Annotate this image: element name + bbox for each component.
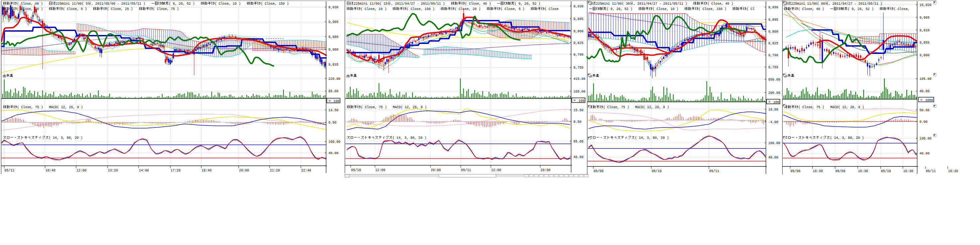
svg-text:( 14, 3, 80, 20 ): ( 14, 3, 80, 20 ) xyxy=(830,136,864,140)
svg-text:05/06: 05/06 xyxy=(791,169,800,173)
svg-text:( Close, 75 ) MACD( 12, 26,: ( Close, 75 ) MACD( 12, 26, 9 ) xyxy=(361,105,426,109)
svg-text:40.00: 40.00 xyxy=(920,89,929,93)
svg-text:( Close, 75 ) MACD( 12, 26,: ( Close, 75 ) MACD( 12, 26, 9 ) xyxy=(17,105,83,109)
svg-text:( Close, 5 ): ( Close, 5 ) xyxy=(63,7,93,11)
svg-text:9,880: 9,880 xyxy=(328,35,339,39)
svg-text:( Close, 150 ): ( Close, 150 ) xyxy=(407,7,441,11)
svg-text:9,860: 9,860 xyxy=(573,29,584,33)
svg-text:9,910: 9,910 xyxy=(920,28,929,32)
svg-text:225mini 11/06( 30: 225mini 11/06( 30 xyxy=(596,2,630,6)
svg-text:( Close, 10 ): ( Close, 10 ) xyxy=(215,2,247,6)
svg-text:1000: 1000 xyxy=(925,98,933,102)
svg-text:18:40: 18:40 xyxy=(202,168,212,173)
svg-text:( 9, 26, 52 ): ( 9, 26, 52 ) xyxy=(169,2,201,6)
svg-text:( Close, 75 ) MACD( 12, 26,: ( Close, 75 ) MACD( 12, 26, 9 ) xyxy=(603,105,669,109)
svg-text:9,855: 9,855 xyxy=(920,41,929,45)
svg-text:9,895: 9,895 xyxy=(573,17,584,21)
svg-text:20:00: 20:00 xyxy=(431,168,441,172)
svg-text:05/10: 05/10 xyxy=(652,169,662,173)
svg-text:9,860: 9,860 xyxy=(328,48,339,51)
svg-text:05/11: 05/11 xyxy=(926,169,936,173)
svg-text:9,930: 9,930 xyxy=(328,5,339,9)
svg-text:100.00: 100.00 xyxy=(328,140,340,144)
svg-text:9,860: 9,860 xyxy=(768,30,778,34)
svg-text:05/10: 05/10 xyxy=(351,168,361,172)
svg-text:9,790: 9,790 xyxy=(768,53,778,57)
svg-text:05/11: 05/11 xyxy=(710,169,719,173)
svg-text:12:00: 12:00 xyxy=(375,168,385,172)
svg-text:9,800: 9,800 xyxy=(920,53,929,57)
svg-text:( Close, 75 ) MACD( 12, 26,: ( Close, 75 ) MACD( 12, 26, 9 ) xyxy=(798,105,864,109)
svg-text:19.00: 19.00 xyxy=(768,107,778,112)
svg-text:0.00: 0.00 xyxy=(920,120,928,124)
svg-text:( Close, 20 ): ( Close, 20 ) xyxy=(17,7,49,11)
svg-text:21:20: 21:20 xyxy=(270,168,280,173)
svg-text:9,930: 9,930 xyxy=(573,4,584,8)
svg-text:225mini 11/06( 5: 225mini 11/06( 5 xyxy=(56,2,88,6)
svg-text:( Close, 150 ): ( Close, 150 ) xyxy=(261,2,289,6)
svg-text:9,825: 9,825 xyxy=(768,41,778,45)
svg-text:( 9, 26, 52 ): ( 9, 26, 52 ) xyxy=(515,2,541,6)
svg-text:, 2011/05/06 - 2011/05/11 ): , 2011/05/06 - 2011/05/11 ) xyxy=(91,2,151,6)
svg-text:10,020: 10,020 xyxy=(920,3,931,7)
svg-text:85.00: 85.00 xyxy=(328,89,339,93)
svg-text:165.00: 165.00 xyxy=(573,90,585,93)
svg-text:100.00: 100.00 xyxy=(920,136,931,141)
svg-text:05/09: 05/09 xyxy=(835,169,845,173)
svg-text:220.00: 220.00 xyxy=(328,77,340,81)
svg-text:100.00: 100.00 xyxy=(768,141,780,145)
svg-text:9,755: 9,755 xyxy=(768,65,778,69)
svg-text:40.00: 40.00 xyxy=(920,152,929,155)
svg-text:( Close,: ( Close, xyxy=(894,7,910,11)
svg-text:, 2011/04/27 - 2011/05/11 ): , 2011/04/27 - 2011/05/11 ) xyxy=(829,2,882,6)
svg-text:( Close, 20 ): ( Close, 20 ) xyxy=(455,7,487,11)
svg-text:( Close, 40 ): ( Close, 40 ) xyxy=(707,2,733,6)
svg-text:05/11: 05/11 xyxy=(5,168,14,173)
svg-text:14:40: 14:40 xyxy=(139,168,149,173)
svg-text:9,825: 9,825 xyxy=(573,41,584,45)
svg-text:9,755: 9,755 xyxy=(573,66,584,70)
svg-text:0.50: 0.50 xyxy=(573,120,581,124)
svg-text:( 14, 3, 80, 20 ): ( 14, 3, 80, 20 ) xyxy=(393,136,426,140)
svg-text:105.00: 105.00 xyxy=(920,77,931,81)
svg-text:, 2011/04/27 - 2011/05/11 ): , 2011/04/27 - 2011/05/11 ) xyxy=(391,2,451,6)
svg-text:20:00: 20:00 xyxy=(541,168,550,172)
svg-text:13.50: 13.50 xyxy=(328,108,339,112)
svg-text:100: 100 xyxy=(578,99,584,103)
svg-text:9,895: 9,895 xyxy=(768,18,778,22)
svg-text:0.50: 0.50 xyxy=(328,120,336,125)
svg-text:100: 100 xyxy=(333,99,339,103)
svg-text:( Close, 10 ): ( Close, 10 ) xyxy=(652,7,684,11)
svg-text:( Close, 75 ): ( Close, 75 ) xyxy=(153,7,179,11)
svg-text:9,930: 9,930 xyxy=(768,5,778,9)
svg-text:16:30: 16:30 xyxy=(903,169,913,173)
svg-text:225mini 11/06( 15: 225mini 11/06( 15 xyxy=(354,2,388,6)
svg-text:( 14, 3, 80, 20 ): ( 14, 3, 80, 20 ) xyxy=(49,136,83,140)
svg-text:100: 100 xyxy=(773,100,779,104)
svg-text:9,965: 9,965 xyxy=(920,16,929,20)
svg-text:50.00: 50.00 xyxy=(920,108,929,112)
svg-text:9,790: 9,790 xyxy=(573,53,584,57)
svg-text:( Close, 10 ): ( Close, 10 ) xyxy=(361,7,393,11)
svg-text:10:40: 10:40 xyxy=(46,168,56,173)
svg-text:17:20: 17:20 xyxy=(170,168,180,173)
svg-text:12:00: 12:00 xyxy=(491,168,501,172)
svg-text:( Close, 40 ): ( Close, 40 ) xyxy=(798,7,830,11)
svg-text:( 14, 3, 80, 20 ): ( 14, 3, 80, 20 ) xyxy=(635,136,669,140)
svg-text:-4.00: -4.00 xyxy=(768,120,778,124)
svg-text:( Close, 25 ): ( Close, 25 ) xyxy=(107,7,139,11)
svg-text:( 9, 26, 52 ): ( 9, 26, 52 ) xyxy=(848,7,880,11)
svg-text:22:40: 22:40 xyxy=(301,168,311,173)
svg-text:( Close, 150 ): ( Close, 150 ) xyxy=(698,7,732,11)
svg-text:9,835: 9,835 xyxy=(328,62,339,67)
svg-text:40.00: 40.00 xyxy=(573,155,584,159)
svg-text:( 9, 26, 52 ): ( 9, 26, 52 ) xyxy=(607,7,639,11)
svg-text:40.00: 40.00 xyxy=(328,151,339,155)
svg-text:12:00: 12:00 xyxy=(76,168,86,173)
svg-text:13:20: 13:20 xyxy=(108,168,118,173)
svg-text:05/11: 05/11 xyxy=(461,168,471,172)
svg-text:415.00: 415.00 xyxy=(573,77,585,81)
svg-text:( Close: ( Close xyxy=(545,7,559,11)
svg-text:( Close, 40 ): ( Close, 40 ) xyxy=(17,2,49,6)
svg-text:05/10: 05/10 xyxy=(881,169,891,173)
